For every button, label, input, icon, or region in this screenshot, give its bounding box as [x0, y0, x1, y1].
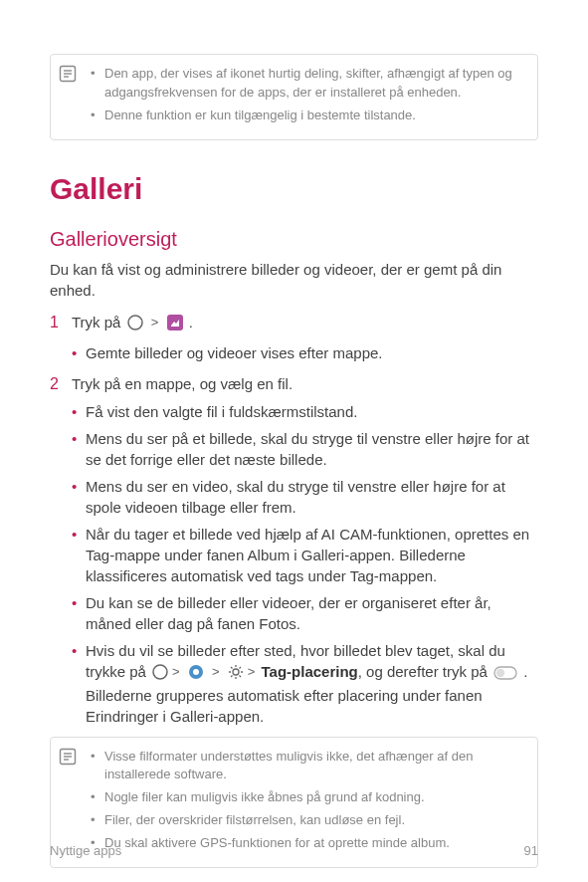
step-1: 1 Tryk på > . Gemte billeder og videoer … [50, 312, 538, 363]
section-title: Gallerioversigt [50, 228, 538, 251]
page-title: Galleri [50, 172, 538, 206]
settings-circle-icon [188, 664, 204, 685]
gear-icon [228, 664, 244, 685]
svg-point-8 [193, 669, 199, 675]
note1-item: Den app, der vises af ikonet hurtig deli… [91, 65, 525, 103]
step2-sub: Mens du ser på et billede, skal du stryg… [72, 428, 538, 470]
step-text: Tryk på en mappe, og vælg en fil. [72, 375, 293, 392]
chevron-right-icon: > [212, 664, 220, 679]
svg-line-15 [239, 675, 241, 677]
step2-sub: Hvis du vil se billeder efter sted, hvor… [72, 640, 538, 727]
note1-item: Denne funktion er kun tilgængelig i best… [91, 107, 525, 125]
note-icon [59, 748, 77, 766]
toggle-icon [493, 664, 517, 685]
note-icon [59, 65, 77, 83]
gallery-app-icon [167, 315, 183, 336]
step2-sub: Du kan se de billeder eller videoer, der… [72, 592, 538, 634]
step2-sub: Få vist den valgte fil i fuldskærmstilst… [72, 401, 538, 422]
note2-item: Nogle filer kan muligvis ikke åbnes på g… [91, 788, 525, 807]
step2-sub: Mens du ser en video, skal du stryge til… [72, 476, 538, 518]
svg-point-19 [496, 668, 504, 676]
chevron-right-icon: > [248, 664, 256, 679]
step-2: 2 Tryk på en mappe, og vælg en fil. Få v… [50, 373, 538, 727]
step-number: 1 [50, 311, 59, 333]
step1-sub: Gemte billeder og videoer vises efter ma… [72, 342, 538, 363]
chevron-right-icon: > [172, 664, 180, 679]
note2-item: Visse filformater understøttes muligvis … [91, 748, 525, 785]
step2-sub: Når du tager et billede ved hjælp af AI … [72, 524, 538, 586]
svg-point-6 [153, 665, 167, 679]
svg-line-16 [231, 675, 233, 677]
note2-item: Filer, der overskrider filstørrelsen, ka… [91, 811, 525, 830]
page-number: 91 [524, 843, 538, 858]
home-circle-icon [152, 664, 168, 685]
tag-location-label: Tag-placering [262, 663, 358, 680]
svg-line-17 [239, 667, 241, 669]
step-text: Tryk på [72, 314, 125, 331]
svg-point-9 [233, 669, 239, 675]
info-note-1: Den app, der vises af ikonet hurtig deli… [50, 54, 538, 140]
svg-line-14 [231, 667, 233, 669]
footer-section: Nyttige apps [50, 843, 121, 858]
intro-text: Du kan få vist og administrere billeder … [50, 259, 538, 303]
chevron-right-icon: > [151, 315, 159, 330]
step-number: 2 [50, 372, 59, 395]
svg-point-4 [128, 316, 142, 330]
home-circle-icon [127, 315, 143, 336]
